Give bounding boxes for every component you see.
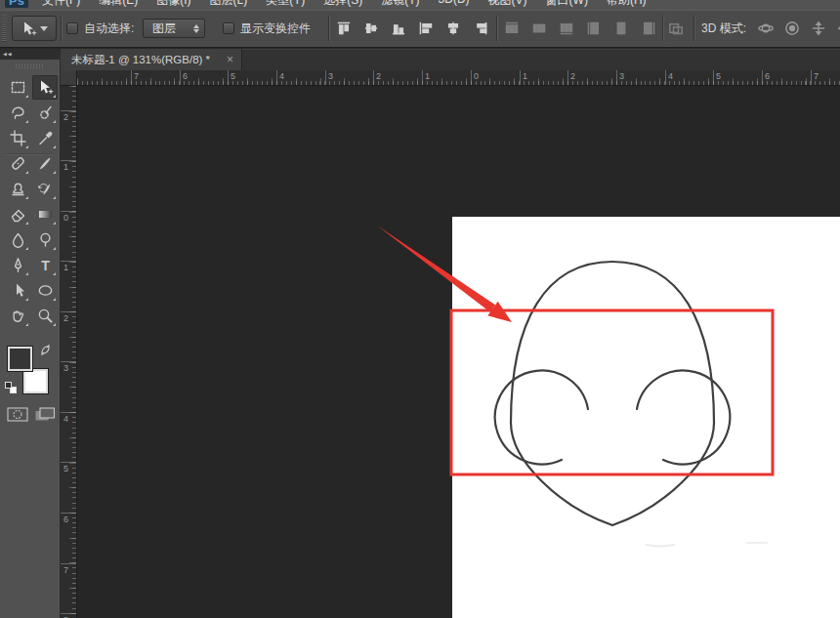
tool-spot-healing-brush[interactable] bbox=[5, 151, 30, 176]
tool-move-selected[interactable] bbox=[32, 75, 58, 100]
menu-item-2[interactable]: 编辑(E) bbox=[99, 0, 138, 9]
default-colors-icon[interactable] bbox=[5, 382, 12, 389]
ruler-label: 4 bbox=[63, 414, 68, 424]
layer-select-dropdown[interactable]: 图层 bbox=[143, 19, 205, 38]
tool-dodge[interactable] bbox=[32, 227, 58, 252]
distribute-bottom-edges-icon[interactable] bbox=[559, 21, 574, 36]
tool-quick-selection[interactable] bbox=[32, 101, 58, 125]
ruler-label: 2 bbox=[63, 112, 68, 122]
align-right-edges-icon[interactable] bbox=[473, 21, 488, 36]
show-transform-checkbox[interactable] bbox=[223, 22, 234, 34]
ruler-label: 1 bbox=[63, 162, 68, 172]
tool-eyedropper[interactable] bbox=[32, 126, 58, 150]
3d-mode-buttons-group bbox=[758, 21, 840, 36]
align-bottom-edges-icon[interactable] bbox=[391, 21, 406, 36]
foreground-color-swatch[interactable] bbox=[7, 346, 33, 372]
tool-flyout-indicator bbox=[25, 222, 28, 225]
tool-clone-stamp[interactable] bbox=[5, 177, 30, 201]
align-top-edges-icon[interactable] bbox=[336, 21, 352, 36]
ruler-label: 4 bbox=[279, 71, 284, 81]
tool-flyout-indicator bbox=[53, 120, 56, 123]
menu-item-6[interactable]: 选择(S) bbox=[323, 0, 362, 9]
ps-logo: Ps bbox=[5, 0, 28, 8]
document-tab[interactable]: 未标题-1 @ 131%(RGB/8) * × bbox=[61, 49, 242, 70]
ruler-major-tick bbox=[61, 412, 76, 413]
tool-flyout-indicator bbox=[25, 196, 28, 199]
layer-select-value: 图层 bbox=[152, 21, 193, 37]
menu-item-5[interactable]: 类型(Y) bbox=[266, 0, 305, 9]
3d-rotate-icon[interactable] bbox=[758, 21, 774, 36]
tool-panel-grip[interactable] bbox=[16, 63, 45, 69]
separator bbox=[61, 16, 62, 41]
ruler-major-tick bbox=[616, 70, 617, 85]
distribute-left-edges-icon[interactable] bbox=[586, 21, 602, 36]
close-icon[interactable]: × bbox=[227, 54, 233, 65]
tool-brush[interactable] bbox=[32, 151, 58, 176]
3d-roll-icon[interactable] bbox=[784, 21, 800, 36]
tool-preset-picker[interactable] bbox=[12, 16, 57, 41]
tool-blur[interactable] bbox=[5, 227, 30, 252]
ruler-major-tick bbox=[61, 311, 76, 312]
photoshop-window: Ps 文件(F)编辑(E)图像(I)图层(L)类型(Y)选择(S)滤镜(T)3D… bbox=[0, 0, 840, 618]
tool-path-selection[interactable] bbox=[5, 278, 30, 303]
tool-eraser[interactable] bbox=[5, 202, 30, 227]
vertical-ruler[interactable]: 21012345678 bbox=[61, 86, 77, 618]
3d-drag-icon[interactable] bbox=[811, 21, 826, 36]
distribute-horizontal-centers-icon[interactable] bbox=[613, 21, 629, 36]
menu-item-9[interactable]: 视图(V) bbox=[488, 0, 527, 9]
ruler-major-tick bbox=[61, 110, 76, 111]
distribute-vertical-centers-icon[interactable] bbox=[531, 21, 547, 36]
menu-item-7[interactable]: 滤镜(T) bbox=[381, 0, 419, 9]
auto-align-layers-icon[interactable] bbox=[668, 21, 684, 36]
panel-grip[interactable] bbox=[2, 15, 7, 42]
tool-zoom[interactable] bbox=[32, 304, 58, 328]
main-area: ◀◀ T 未标题-1 @ 131%(RGB/8) * × bbox=[0, 49, 840, 618]
move-tool-icon bbox=[21, 21, 37, 37]
ruler-mid-ticks bbox=[77, 78, 840, 85]
collapse-panel-button[interactable]: ◀◀ bbox=[0, 49, 61, 60]
spinner-arrows-icon bbox=[193, 24, 199, 33]
auto-select-label: 自动选择: bbox=[84, 21, 134, 37]
menu-item-4[interactable]: 图层(L) bbox=[210, 0, 248, 9]
align-vertical-centers-icon[interactable] bbox=[363, 21, 379, 36]
horizontal-ruler[interactable]: 765432101234567 bbox=[77, 70, 840, 86]
tool-pen[interactable] bbox=[5, 253, 30, 277]
distribute-right-edges-icon[interactable] bbox=[641, 21, 656, 36]
ruler-major-tick bbox=[61, 462, 76, 463]
menu-item-3[interactable]: 图像(I) bbox=[156, 0, 190, 9]
tool-crop[interactable] bbox=[5, 126, 30, 150]
screen-mode-button[interactable] bbox=[33, 406, 57, 423]
menu-item-10[interactable]: 窗口(W) bbox=[546, 0, 588, 9]
ruler-origin-corner[interactable] bbox=[61, 70, 77, 86]
tool-flyout-indicator bbox=[25, 120, 28, 123]
auto-select-checkbox[interactable] bbox=[66, 22, 78, 34]
auto-align-group bbox=[668, 21, 684, 36]
tool-rectangular-marquee[interactable] bbox=[5, 75, 30, 100]
tool-flyout-indicator bbox=[53, 323, 56, 326]
tool-panel: ◀◀ T bbox=[0, 49, 61, 618]
ruler-major-tick bbox=[520, 70, 521, 85]
document-dock: 未标题-1 @ 131%(RGB/8) * × 765432101234567 … bbox=[61, 49, 840, 618]
tool-history-brush[interactable] bbox=[32, 177, 58, 201]
tool-flyout-indicator bbox=[53, 196, 56, 199]
menu-item-1[interactable]: 文件(F) bbox=[42, 0, 80, 9]
menu-item-8[interactable]: 3D(D) bbox=[439, 0, 470, 9]
tool-ellipse-shape[interactable] bbox=[32, 278, 58, 303]
tool-lasso[interactable] bbox=[5, 101, 30, 125]
menu-item-11[interactable]: 帮助(H) bbox=[607, 0, 647, 9]
ruler-label: 1 bbox=[523, 71, 527, 81]
align-left-edges-icon[interactable] bbox=[418, 21, 434, 36]
tool-gradient[interactable] bbox=[32, 202, 58, 227]
document-tab-bar: 未标题-1 @ 131%(RGB/8) * × bbox=[61, 49, 840, 70]
background-color-swatch[interactable] bbox=[22, 368, 49, 394]
align-horizontal-centers-icon[interactable] bbox=[445, 21, 461, 36]
canvas-area[interactable] bbox=[77, 86, 840, 618]
distribute-top-edges-icon[interactable] bbox=[504, 21, 520, 36]
tool-type[interactable]: T bbox=[32, 253, 58, 277]
swap-colors-icon[interactable] bbox=[39, 343, 52, 360]
ruler-major-tick bbox=[713, 70, 714, 85]
ruler-label: 1 bbox=[425, 71, 430, 81]
quick-mask-mode-button[interactable] bbox=[6, 406, 29, 423]
tool-hand[interactable] bbox=[5, 304, 30, 328]
ruler-major-tick bbox=[471, 70, 472, 85]
